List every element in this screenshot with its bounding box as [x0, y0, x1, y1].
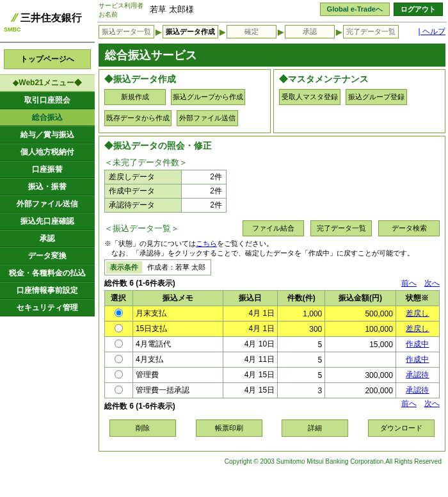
action-button[interactable]: 削除 — [109, 420, 176, 437]
row-memo: 月末支払 — [132, 306, 223, 322]
sidebar-item[interactable]: データ変換 — [0, 247, 95, 265]
footer: Copyright © 2003 Sumitomo Mitsui Banking… — [97, 454, 447, 471]
global-etrade-button[interactable]: Global e-Tradeへ — [320, 3, 390, 16]
row-date: 4月 11日 — [223, 352, 277, 368]
create-button[interactable]: 振込グループから作成 — [171, 89, 245, 105]
pane-master: マスタメンテナンス 受取人マスタ登録振込グループ登録 — [273, 69, 445, 133]
sidebar-item[interactable]: 個人地方税納付 — [0, 143, 95, 161]
col-header: 選択 — [105, 291, 133, 306]
row-date: 4月 15日 — [223, 368, 277, 383]
user-name: 若草 太郎様 — [150, 1, 194, 19]
sidebar-item[interactable]: 振込・振替 — [0, 178, 95, 195]
prev-link[interactable]: 前へ — [401, 279, 417, 288]
sidebar-item[interactable]: 外部ファイル送信 — [0, 195, 95, 213]
list-action-button[interactable]: 完了データ一覧 — [310, 220, 372, 236]
row-count: 3 — [278, 383, 325, 398]
row-memo: 4月電話代 — [132, 337, 223, 352]
row-memo: 管理費 — [132, 368, 223, 383]
create-button[interactable]: 既存データから作成 — [104, 110, 172, 126]
row-count: 5 — [278, 337, 325, 352]
col-header: 振込金額(円) — [325, 291, 396, 306]
pending-label: 承認待データ — [105, 199, 182, 213]
sidebar-menu: 取引口座照会総合振込給与／賞与振込個人地方税納付口座振替振込・振替外部ファイル送… — [0, 92, 95, 316]
count-bottom: 総件数 6 (1-6件表示) — [104, 401, 175, 412]
next-link[interactable]: 次へ — [424, 279, 440, 288]
pending-label: 作成中データ — [105, 184, 182, 199]
logout-button[interactable]: ログアウト — [394, 3, 443, 16]
table-row: 管理費4月 15日5300,000承認待 — [105, 368, 440, 383]
list-action-button[interactable]: ファイル結合 — [243, 220, 304, 236]
row-select[interactable] — [105, 383, 133, 398]
row-select[interactable] — [105, 368, 133, 383]
table-row: 月末支払4月 1日1,000500,000差戻し — [105, 306, 440, 322]
flow-step[interactable]: 確定 — [227, 25, 276, 38]
action-button[interactable]: ダウンロード — [368, 420, 435, 437]
row-select[interactable] — [105, 352, 133, 368]
create-button[interactable]: 外部ファイル送信 — [177, 110, 238, 126]
sidebar-item[interactable]: 口座情報事前設定 — [0, 282, 95, 299]
next-link-bottom[interactable]: 次へ — [424, 399, 440, 408]
sidebar-item[interactable]: 振込先口座確認 — [0, 213, 95, 230]
logo-subtext: SMBC — [4, 26, 91, 33]
page-title: 総合振込サービス — [99, 44, 445, 67]
row-select[interactable] — [105, 306, 133, 322]
pending-value: 2件 — [182, 170, 227, 184]
list-title: ＜振込データ一覧＞ — [104, 223, 179, 234]
row-select[interactable] — [105, 337, 133, 352]
sidebar-item[interactable]: 口座振替 — [0, 161, 95, 178]
row-date: 4月 1日 — [223, 306, 277, 322]
table-row: 4月電話代4月 10日515,000作成中 — [105, 337, 440, 352]
pending-label: 差戻しデータ — [105, 170, 182, 184]
row-amount: 15,000 — [325, 337, 396, 352]
help-link[interactable]: | ヘルプ — [419, 26, 445, 37]
pane-create: 振込データ作成 新規作成振込グループから作成既存データから作成外部ファイル送信 — [99, 69, 271, 133]
row-status-link[interactable]: 差戻し — [406, 324, 429, 333]
create-button[interactable]: 新規作成 — [104, 89, 166, 105]
sidebar-item[interactable]: 総合振込 — [0, 109, 95, 126]
col-header: 状態※ — [396, 291, 439, 306]
sidebar-item[interactable]: 承認 — [0, 230, 95, 247]
menu-header: Web21メニュー — [0, 74, 95, 92]
pane-create-title: 振込データ作成 — [104, 74, 265, 85]
row-date: 4月 15日 — [223, 383, 277, 398]
prev-link-bottom[interactable]: 前へ — [401, 399, 417, 408]
row-status-link[interactable]: 差戻し — [406, 309, 429, 318]
sidebar-item[interactable]: セキュリティ管理 — [0, 299, 95, 316]
row-date: 4月 10日 — [223, 337, 277, 352]
sidebar-item[interactable]: 税金・各種料金の払込 — [0, 265, 95, 282]
list-action-button[interactable]: データ検索 — [378, 220, 440, 236]
count-top: 総件数 6 (1-6件表示) — [104, 278, 175, 289]
row-status-link[interactable]: 作成中 — [406, 355, 429, 364]
data-table: 選択振込メモ振込日件数(件)振込金額(円)状態※月末支払4月 1日1,00050… — [104, 290, 440, 398]
flow-step[interactable]: 振込データ作成 — [163, 25, 218, 38]
row-status-link[interactable]: 承認待 — [406, 386, 429, 395]
row-status-link[interactable]: 承認待 — [406, 370, 429, 379]
row-amount: 300,000 — [325, 368, 396, 383]
note-link[interactable]: こちら — [196, 240, 217, 247]
flow-step[interactable]: 振込データ一覧 — [99, 25, 154, 38]
arrow-icon: ▶ — [220, 28, 225, 37]
pane-master-title: マスタメンテナンス — [279, 74, 440, 85]
pending-title: ＜未完了データ件数＞ — [104, 157, 440, 168]
logo-mark-icon: ⁄⁄ — [13, 12, 17, 25]
row-amount: 100,000 — [325, 322, 396, 337]
row-status-link[interactable]: 作成中 — [406, 339, 429, 348]
master-button[interactable]: 振込グループ登録 — [346, 89, 407, 105]
list-note: ※「状態」の見方についてはこちらをご覧ください。 なお、「承認待」をクリックする… — [104, 239, 440, 258]
row-select[interactable] — [105, 322, 133, 337]
flow-step[interactable]: 完了データ一覧 — [343, 25, 399, 38]
header-labels: サービス利用者お名前 — [99, 1, 143, 19]
row-count: 300 — [278, 322, 325, 337]
col-header: 振込メモ — [132, 291, 223, 306]
flow-step[interactable]: 承認 — [285, 25, 335, 38]
arrow-icon: ▶ — [278, 28, 284, 37]
sidebar-item[interactable]: 取引口座照会 — [0, 92, 95, 109]
top-page-button[interactable]: トップページへ — [4, 49, 91, 69]
action-button[interactable]: 帳票印刷 — [196, 420, 262, 437]
row-amount: 500,000 — [325, 306, 396, 322]
master-button[interactable]: 受取人マスタ登録 — [279, 89, 340, 105]
pending-value: 2件 — [182, 199, 227, 213]
sidebar-item[interactable]: 給与／賞与振込 — [0, 126, 95, 143]
row-amount: 200,000 — [325, 383, 396, 398]
action-button[interactable]: 詳細 — [282, 420, 348, 437]
